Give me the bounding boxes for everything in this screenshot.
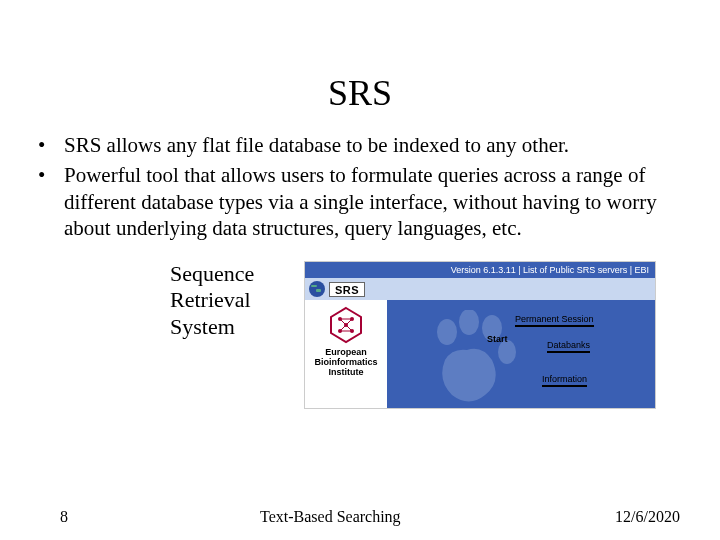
acronym-expansion: Sequence Retrieval System <box>170 261 280 340</box>
institute-name: European Bioinformatics Institute <box>305 348 387 378</box>
institute-line: Institute <box>305 368 387 378</box>
screenshot-left-col: European Bioinformatics Institute <box>305 300 387 408</box>
screenshot-logo-strip: SRS <box>305 278 655 300</box>
link-permanent-session: Permanent Session <box>515 314 594 327</box>
bullet-text: SRS allows any flat file database to be … <box>64 132 690 158</box>
embedded-screenshot: Version 6.1.3.11 | List of Public SRS se… <box>304 261 656 409</box>
content-row: Sequence Retrieval System Version 6.1.3.… <box>170 261 720 409</box>
slide-footer: 8 Text-Based Searching 12/6/2020 <box>0 508 720 526</box>
bullet-text: Powerful tool that allows users to formu… <box>64 162 690 241</box>
svg-point-11 <box>459 310 479 335</box>
link-start: Start <box>487 334 508 344</box>
footer-date: 12/6/2020 <box>615 508 680 526</box>
screenshot-topbar: Version 6.1.3.11 | List of Public SRS se… <box>305 262 655 278</box>
srs-logo: SRS <box>329 282 365 297</box>
expansion-line: Sequence <box>170 261 280 287</box>
link-information: Information <box>542 374 587 387</box>
expansion-line: System <box>170 314 280 340</box>
ebi-logo-icon <box>327 306 365 344</box>
expansion-line: Retrieval <box>170 287 280 313</box>
slide-title: SRS <box>0 72 720 114</box>
paw-icon <box>427 310 517 405</box>
bullet-item: • Powerful tool that allows users to for… <box>38 162 690 241</box>
bullet-dot-icon: • <box>38 132 64 158</box>
bullet-list: • SRS allows any flat file database to b… <box>38 132 690 241</box>
globe-icon <box>309 281 325 297</box>
link-databanks: Databanks <box>547 340 590 353</box>
footer-title: Text-Based Searching <box>260 508 615 526</box>
svg-point-10 <box>437 319 457 345</box>
bullet-item: • SRS allows any flat file database to b… <box>38 132 690 158</box>
screenshot-right-col: Permanent Session Start Databanks Inform… <box>387 300 655 408</box>
bullet-dot-icon: • <box>38 162 64 241</box>
page-number: 8 <box>60 508 260 526</box>
